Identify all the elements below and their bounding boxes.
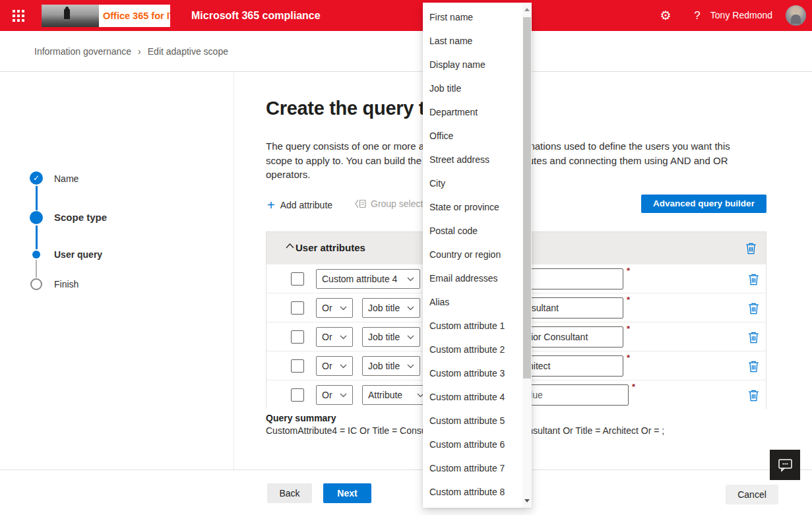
trash-icon <box>748 302 759 315</box>
advanced-query-builder-button[interactable]: Advanced query builder <box>641 195 766 213</box>
dropdown-option-custom-attribute-2[interactable]: Custom attribute 2 <box>423 338 522 361</box>
dropdown-option-alias[interactable]: Alias <box>423 290 522 314</box>
feedback-icon <box>778 458 793 472</box>
dropdown-option-email-addresses[interactable]: Email addresses <box>423 266 522 290</box>
dropdown-option-country-or-region[interactable]: Country or region <box>423 243 522 266</box>
step-scope-type-dot[interactable] <box>30 211 43 224</box>
footer-divider <box>0 470 812 470</box>
dropdown-option-custom-attribute-5[interactable]: Custom attribute 5 <box>423 409 522 433</box>
step-finish-label: Finish <box>54 279 78 289</box>
chevron-down-icon <box>340 335 347 340</box>
avatar[interactable] <box>786 5 806 26</box>
step-connector <box>36 226 38 249</box>
step-name-check-icon[interactable]: ✓ <box>30 171 43 185</box>
attribute-select[interactable]: Custom attribute 4 <box>316 269 420 289</box>
help-icon: ? <box>694 9 700 22</box>
feedback-button[interactable] <box>770 450 800 480</box>
connector-select-value: Or <box>322 361 332 371</box>
add-attribute-button[interactable]: + Add attribute <box>267 198 332 212</box>
settings-button[interactable]: ⚙ <box>654 0 677 31</box>
cancel-button[interactable]: Cancel <box>726 485 778 504</box>
dropdown-option-state-or-province[interactable]: State or province <box>423 195 522 219</box>
dropdown-option-postal-code[interactable]: Postal code <box>423 219 522 243</box>
tenant-logo[interactable]: Office 365 for IT Pros <box>42 5 170 27</box>
connector-select-value: Or <box>322 303 332 313</box>
delete-row-button[interactable] <box>748 272 763 286</box>
attribute-select-value: Job title <box>368 332 400 342</box>
attribute-select-value: Job title <box>368 303 400 313</box>
delete-row-button[interactable] <box>748 301 763 315</box>
step-connector <box>36 260 37 278</box>
dropdown-option-custom-attribute-4[interactable]: Custom attribute 4 <box>423 385 522 409</box>
chevron-down-icon <box>340 306 347 311</box>
row-checkbox[interactable] <box>291 301 304 315</box>
chevron-up-icon[interactable] <box>286 243 294 249</box>
dropdown-option-custom-attribute-1[interactable]: Custom attribute 1 <box>423 314 522 338</box>
group-selected-button: Group selected <box>355 198 433 209</box>
row-checkbox[interactable] <box>291 359 304 373</box>
row-checkbox[interactable] <box>291 388 304 402</box>
required-marker: * <box>627 266 630 276</box>
dropdown-option-custom-attribute-8[interactable]: Custom attribute 8 <box>423 480 522 504</box>
dropdown-option-last-name[interactable]: Last name <box>423 29 522 53</box>
tenant-logo-photo <box>42 5 99 27</box>
breadcrumb: Information governance › Edit adaptive s… <box>34 31 228 72</box>
chevron-down-icon <box>340 364 347 369</box>
required-marker: * <box>627 353 630 363</box>
trash-icon <box>748 273 759 286</box>
next-button[interactable]: Next <box>323 483 371 503</box>
attribute-select[interactable]: Job title <box>362 298 420 318</box>
scrollbar-thumb[interactable] <box>523 17 531 379</box>
attribute-select-value: Custom attribute 4 <box>322 274 397 284</box>
dropdown-option-custom-attribute-6[interactable]: Custom attribute 6 <box>423 433 522 456</box>
connector-select-value: Or <box>322 332 332 342</box>
delete-group-button[interactable] <box>745 241 760 255</box>
attribute-select-value: Job title <box>368 361 400 371</box>
chevron-down-icon <box>340 393 347 398</box>
attribute-select[interactable]: Job title <box>362 356 420 376</box>
connector-select[interactable]: Or <box>316 327 353 347</box>
account-name[interactable]: Tony Redmond <box>710 0 772 31</box>
step-scope-type-label[interactable]: Scope type <box>54 212 107 223</box>
dropdown-option-city[interactable]: City <box>423 171 522 195</box>
delete-row-button[interactable] <box>748 388 763 402</box>
scrollbar-up-arrow-icon[interactable] <box>524 8 530 11</box>
connector-select[interactable]: Or <box>316 385 353 405</box>
app-launcher-button[interactable] <box>7 5 30 27</box>
edit-adaptive-scope-page: Office 365 for IT Pros Microsoft 365 com… <box>0 0 812 515</box>
row-checkbox[interactable] <box>291 330 304 344</box>
back-button[interactable]: Back <box>267 483 312 503</box>
dropdown-option-custom-attribute-7[interactable]: Custom attribute 7 <box>423 456 522 480</box>
step-name-label[interactable]: Name <box>54 173 78 184</box>
dropdown-option-display-name[interactable]: Display name <box>423 53 522 76</box>
connector-select[interactable]: Or <box>316 356 353 376</box>
query-summary-label: Query summary <box>266 413 336 423</box>
trash-icon <box>748 360 759 373</box>
attribute-select-value: Attribute <box>368 390 402 400</box>
delete-row-button[interactable] <box>748 330 763 344</box>
required-marker: * <box>627 295 630 305</box>
dropdown-option-first-name[interactable]: First name <box>423 5 522 29</box>
dropdown-option-department[interactable]: Department <box>423 100 522 124</box>
step-connector <box>36 186 38 210</box>
scrollbar-down-arrow-icon[interactable] <box>524 499 530 502</box>
row-checkbox[interactable] <box>291 272 304 286</box>
required-marker: * <box>627 324 630 334</box>
help-button[interactable]: ? <box>687 0 707 31</box>
dropdown-option-custom-attribute-3[interactable]: Custom attribute 3 <box>423 361 522 385</box>
connector-select[interactable]: Or <box>316 298 353 318</box>
chevron-right-icon: › <box>138 46 141 57</box>
dropdown-option-job-title[interactable]: Job title <box>423 76 522 100</box>
attribute-select[interactable]: Job title <box>362 327 420 347</box>
chevron-down-icon <box>407 277 414 282</box>
connector-select-value: Or <box>322 390 332 400</box>
dropdown-option-street-address[interactable]: Street address <box>423 148 522 171</box>
dropdown-scrollbar[interactable] <box>522 3 532 508</box>
delete-row-button[interactable] <box>748 359 763 373</box>
breadcrumb-information-governance[interactable]: Information governance <box>34 46 131 57</box>
attribute-select-open[interactable]: Attribute <box>362 385 430 405</box>
chevron-down-icon <box>407 335 414 340</box>
dropdown-option-office[interactable]: Office <box>423 124 522 148</box>
step-user-query-label[interactable]: User query <box>54 249 102 260</box>
step-user-query-dot[interactable] <box>32 251 40 258</box>
